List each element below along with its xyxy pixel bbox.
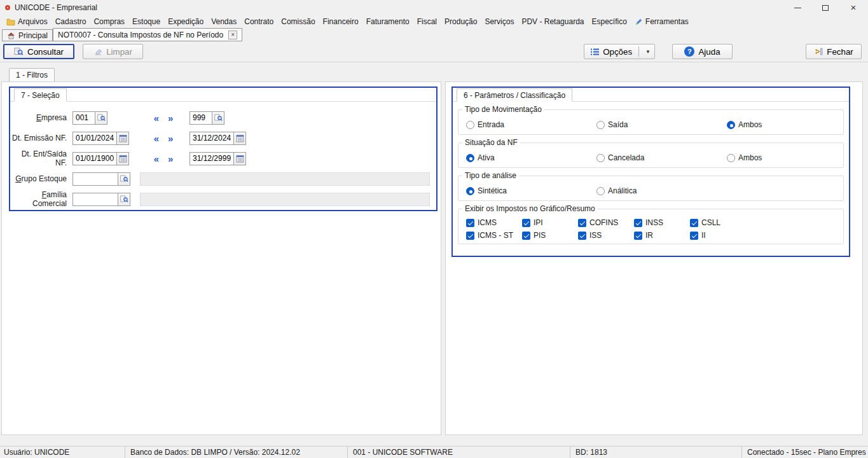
dt-emissao-to-calendar-button[interactable]	[233, 132, 246, 145]
radio-ambos-movimentacao[interactable]: Ambos	[727, 120, 857, 129]
menu-item-estoque[interactable]: Estoque	[128, 16, 164, 27]
checkbox-icms-st[interactable]: ICMS - ST	[466, 231, 522, 240]
checkbox-pis[interactable]: PIS	[522, 231, 578, 240]
checkbox-icon[interactable]	[522, 219, 530, 227]
radio-ativa[interactable]: Ativa	[466, 153, 596, 162]
menu-label: Compras	[93, 17, 125, 26]
radio-icon[interactable]	[727, 154, 735, 162]
menu-item-comissao[interactable]: Comissão	[277, 16, 319, 27]
familia-comercial-input[interactable]	[72, 193, 118, 206]
menu-item-faturamento[interactable]: Faturamento	[362, 16, 413, 27]
app-icon	[5, 5, 10, 10]
minimize-button[interactable]	[793, 3, 802, 12]
impostos-label: Exibir os Impostos no Gráfico/Resumo	[462, 204, 598, 213]
checkbox-ipi[interactable]: IPI	[522, 218, 578, 227]
radio-icon[interactable]	[466, 154, 474, 162]
empresa-to-input[interactable]	[189, 111, 212, 125]
consultar-button[interactable]: Consultar	[3, 44, 74, 59]
menu-item-pdv-retaguarda[interactable]: PDV - Retaguarda	[518, 16, 588, 27]
checkbox-icon[interactable]	[634, 219, 642, 227]
radio-saida[interactable]: Saída	[596, 120, 727, 129]
checkbox-csll[interactable]: CSLL	[690, 218, 746, 227]
familia-comercial-lookup-button[interactable]	[118, 193, 130, 206]
menu-item-producao[interactable]: Produção	[441, 16, 481, 27]
menu-item-compras[interactable]: Compras	[90, 16, 128, 27]
menu-item-expedicao[interactable]: Expedição	[164, 16, 207, 27]
chevron-down-icon[interactable]: ▼	[645, 49, 651, 55]
checkbox-inss[interactable]: INSS	[634, 218, 690, 227]
radio-icon[interactable]	[596, 187, 605, 195]
radio-label: Análitica	[608, 186, 637, 195]
dt-entsaida-to-calendar-button[interactable]	[233, 152, 246, 165]
menu-item-servicos[interactable]: Serviços	[481, 16, 518, 27]
dt-emissao-to-input[interactable]	[189, 132, 234, 145]
maximize-button[interactable]	[821, 3, 830, 12]
checkbox-icon[interactable]	[466, 219, 474, 227]
tipo-movimentacao-label: Tipo de Movimentação	[462, 105, 544, 114]
close-button[interactable]: ×	[849, 3, 858, 12]
radio-ambos-situacao[interactable]: Ambos	[727, 153, 857, 162]
radio-entrada[interactable]: Entrada	[466, 120, 596, 129]
dt-entsaida-to-input[interactable]	[189, 152, 234, 165]
menu-label: Comissão	[281, 17, 315, 26]
dt-entsaida-from-input[interactable]	[72, 152, 117, 165]
checkbox-icon[interactable]	[522, 232, 530, 240]
ajuda-button[interactable]: ? Ajuda	[672, 44, 733, 59]
tab-principal[interactable]: Principal	[2, 29, 53, 41]
opcoes-button[interactable]: Opções ▼	[584, 44, 655, 59]
tab-not0007[interactable]: NOT0007 - Consulta Impostos de NF no Per…	[53, 28, 242, 41]
checkbox-cofins[interactable]: COFINS	[578, 218, 634, 227]
radio-analitica[interactable]: Análitica	[596, 186, 727, 195]
checkbox-icms[interactable]: ICMS	[466, 218, 522, 227]
radio-cancelada[interactable]: Cancelada	[596, 153, 727, 162]
dt-emissao-from-input[interactable]	[72, 132, 117, 145]
radio-icon[interactable]	[466, 187, 474, 195]
menu-item-especifico[interactable]: Específico	[588, 16, 630, 27]
checkbox-iss[interactable]: ISS	[578, 231, 634, 240]
checkbox-icon[interactable]	[690, 219, 698, 227]
menu-item-financeiro[interactable]: Financeiro	[319, 16, 362, 27]
parametros-group-header: 6 - Parâmetros / Classificação	[453, 88, 849, 102]
dt-emissao-from-calendar-button[interactable]	[116, 132, 129, 145]
limpar-button[interactable]: Limpar	[83, 44, 143, 59]
radio-label: Ambos	[738, 153, 762, 162]
checkbox-icon[interactable]	[466, 232, 474, 240]
checkbox-icon[interactable]	[578, 219, 586, 227]
empresa-to-lookup-button[interactable]	[212, 111, 224, 125]
radio-label: Sintética	[478, 186, 507, 195]
radio-sintetica[interactable]: Sintética	[466, 186, 596, 195]
empresa-from-lookup-button[interactable]	[95, 111, 107, 125]
menu-item-arquivos[interactable]: Arquivos	[3, 16, 52, 27]
dt-entsaida-from-calendar-button[interactable]	[116, 152, 129, 165]
radio-icon[interactable]	[596, 154, 605, 162]
familia-comercial-desc-field	[140, 193, 430, 206]
menu-item-contrato[interactable]: Contrato	[240, 16, 277, 27]
checkbox-ir[interactable]: IR	[634, 231, 690, 240]
radio-icon[interactable]	[466, 121, 474, 129]
grupo-estoque-lookup-button[interactable]	[118, 172, 130, 186]
radio-icon[interactable]	[727, 121, 735, 129]
menu-label: Serviços	[485, 17, 514, 26]
tab-filtros[interactable]: 1 - Filtros	[9, 68, 55, 81]
dt-entsaida-row: Dt. Ent/Saída NF. « »	[10, 150, 431, 167]
empresa-from-input[interactable]	[72, 111, 95, 125]
grupo-estoque-input[interactable]	[72, 172, 118, 186]
button-label: Opções	[603, 47, 632, 57]
checkbox-ii[interactable]: II	[690, 231, 746, 240]
button-label: Limpar	[106, 47, 132, 57]
checkbox-icon[interactable]	[690, 232, 698, 240]
menu-item-vendas[interactable]: Vendas	[207, 16, 240, 27]
checkbox-label: INSS	[645, 218, 663, 227]
button-label: Ajuda	[698, 47, 720, 57]
home-icon	[7, 32, 15, 39]
tab-close-icon[interactable]: ×	[228, 31, 237, 39]
checkbox-icon[interactable]	[578, 232, 586, 240]
menu-item-ferramentas[interactable]: Ferramentas	[631, 16, 692, 27]
menu-item-fiscal[interactable]: Fiscal	[413, 16, 441, 27]
radio-icon[interactable]	[596, 121, 605, 129]
fechar-button[interactable]: Fechar	[806, 44, 862, 59]
checkbox-icon[interactable]	[634, 232, 642, 240]
menu-item-cadastro[interactable]: Cadastro	[52, 16, 90, 27]
tipo-analise-group: Tipo de análise Sintética Análitica	[458, 176, 844, 201]
selecao-group-title: 7 - Seleção	[14, 88, 67, 102]
